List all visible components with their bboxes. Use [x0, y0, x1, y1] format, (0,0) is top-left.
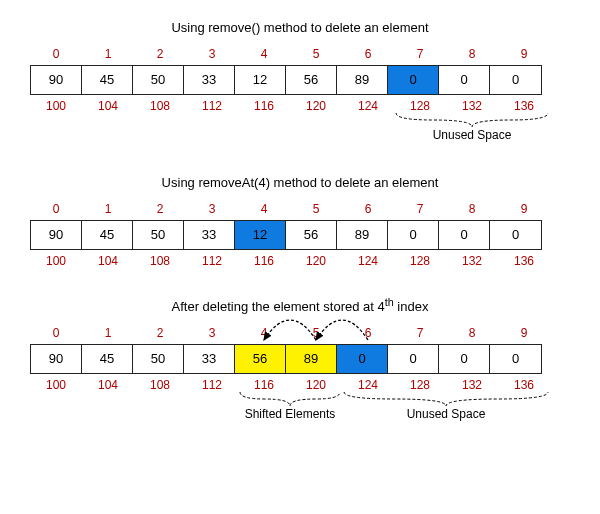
array-cell: 0 [439, 345, 490, 373]
idx-row-cell: 3 [186, 326, 238, 340]
idx-row-cell: 8 [446, 326, 498, 340]
idx-row-cell: 9 [498, 47, 550, 61]
idx-row-cell: 9 [498, 326, 550, 340]
addr-row-cell: 136 [498, 378, 550, 392]
idx-row-cell: 2 [134, 326, 186, 340]
addr-row-cell: 120 [290, 99, 342, 113]
index-row: 0123456789 [30, 47, 570, 61]
array-row: 9045503356890000 [30, 344, 542, 374]
array-cell: 0 [439, 66, 490, 94]
addr-row-cell: 104 [82, 99, 134, 113]
idx-row-cell: 0 [30, 202, 82, 216]
idx-row-cell: 3 [186, 202, 238, 216]
addr-row-cell: 108 [134, 378, 186, 392]
brace-row: Shifted Elements Unused Space [30, 392, 550, 426]
array-cell: 0 [490, 221, 541, 249]
addr-row-cell: 136 [498, 254, 550, 268]
array-cell: 45 [82, 221, 133, 249]
brace-unused: Unused Space [342, 392, 550, 421]
array-cell: 90 [31, 66, 82, 94]
brace-shifted-label: Shifted Elements [238, 407, 342, 421]
idx-row-cell: 5 [290, 47, 342, 61]
array-cell: 56 [286, 221, 337, 249]
array-cell: 12 [235, 221, 286, 249]
idx-row-cell: 1 [82, 202, 134, 216]
array-cell: 89 [337, 66, 388, 94]
array-cell: 50 [133, 66, 184, 94]
addr-row-cell: 116 [238, 378, 290, 392]
array-cell: 12 [235, 66, 286, 94]
section-title: After deleting the element stored at 4th… [30, 296, 570, 314]
array-cell: 0 [490, 66, 541, 94]
idx-row-cell: 7 [394, 47, 446, 61]
addr-row-cell: 120 [290, 254, 342, 268]
address-row: 100104108112116120124128132136 [30, 378, 570, 392]
addr-row-cell: 132 [446, 254, 498, 268]
address-row: 100104108112116120124128132136 [30, 254, 570, 268]
addr-row-cell: 112 [186, 99, 238, 113]
addr-row-cell: 136 [498, 99, 550, 113]
brace-unused: Unused Space [394, 113, 550, 142]
addr-row-cell: 116 [238, 99, 290, 113]
addr-row-cell: 116 [238, 254, 290, 268]
array-row: 90455033125689000 [30, 65, 542, 95]
array-cell: 0 [388, 221, 439, 249]
array-cell: 33 [184, 345, 235, 373]
array-row: 90455033125689000 [30, 220, 542, 250]
addr-row-cell: 124 [342, 378, 394, 392]
idx-row-cell: 7 [394, 202, 446, 216]
addr-row-cell: 108 [134, 254, 186, 268]
array-cell: 0 [388, 345, 439, 373]
addr-row-cell: 128 [394, 99, 446, 113]
array-cell: 45 [82, 345, 133, 373]
addr-row-cell: 100 [30, 378, 82, 392]
idx-row-cell: 2 [134, 202, 186, 216]
addr-row-cell: 112 [186, 378, 238, 392]
brace-row: Unused Space [30, 113, 550, 147]
addr-row-cell: 100 [30, 254, 82, 268]
idx-row-cell: 1 [82, 47, 134, 61]
diagram-section-2: After deleting the element stored at 4th… [30, 296, 570, 426]
addr-row-cell: 120 [290, 378, 342, 392]
idx-row-cell: 4 [238, 47, 290, 61]
idx-row-cell: 8 [446, 202, 498, 216]
array-cell: 89 [286, 345, 337, 373]
addr-row-cell: 132 [446, 99, 498, 113]
addr-row-cell: 112 [186, 254, 238, 268]
array-cell: 0 [490, 345, 541, 373]
addr-row-cell: 128 [394, 378, 446, 392]
addr-row-cell: 104 [82, 254, 134, 268]
addr-row-cell: 132 [446, 378, 498, 392]
addr-row-cell: 128 [394, 254, 446, 268]
idx-row-cell: 9 [498, 202, 550, 216]
idx-row-cell: 5 [290, 202, 342, 216]
idx-row-cell: 0 [30, 47, 82, 61]
section-title: Using remove() method to delete an eleme… [30, 20, 570, 35]
addr-row-cell: 124 [342, 99, 394, 113]
diagram-section-1: Using removeAt(4) method to delete an el… [30, 175, 570, 268]
array-cell: 0 [388, 66, 439, 94]
addr-row-cell: 100 [30, 99, 82, 113]
address-row: 100104108112116120124128132136 [30, 99, 570, 113]
idx-row-cell: 1 [82, 326, 134, 340]
array-cell: 56 [235, 345, 286, 373]
addr-row-cell: 104 [82, 378, 134, 392]
array-cell: 90 [31, 221, 82, 249]
array-cell: 50 [133, 221, 184, 249]
idx-row-cell: 5 [290, 326, 342, 340]
idx-row-cell: 6 [342, 326, 394, 340]
diagram-section-0: Using remove() method to delete an eleme… [30, 20, 570, 147]
idx-row-cell: 7 [394, 326, 446, 340]
idx-row-cell: 4 [238, 326, 290, 340]
array-cell: 33 [184, 221, 235, 249]
addr-row-cell: 108 [134, 99, 186, 113]
index-row: 0123456789 [30, 202, 570, 216]
idx-row-cell: 8 [446, 47, 498, 61]
idx-row-cell: 6 [342, 202, 394, 216]
array-cell: 90 [31, 345, 82, 373]
brace-unused-label: Unused Space [342, 407, 550, 421]
array-cell: 89 [337, 221, 388, 249]
array-cell: 33 [184, 66, 235, 94]
idx-row-cell: 2 [134, 47, 186, 61]
idx-row-cell: 3 [186, 47, 238, 61]
